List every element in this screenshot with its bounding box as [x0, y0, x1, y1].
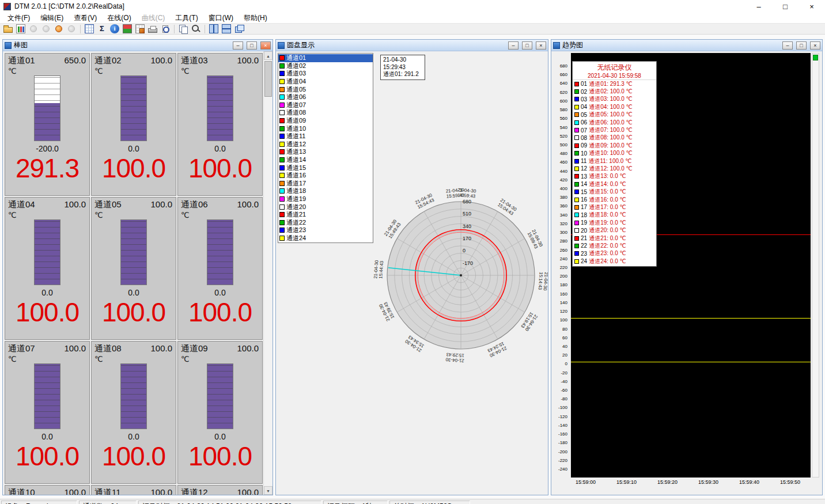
legend-row: 01通道01: 291.3 ℃ — [573, 80, 656, 88]
legend-channel-number: 11 — [581, 158, 586, 164]
disc-restore-button[interactable]: □ — [522, 41, 532, 50]
legend-channel-number: 21 — [581, 235, 587, 241]
menu-help[interactable]: 帮助(H) — [239, 13, 273, 23]
channel-list-item[interactable]: 通道08 — [278, 109, 373, 117]
pause-icon[interactable] — [40, 23, 52, 35]
alarm-list-icon[interactable] — [121, 23, 134, 35]
data-table-icon[interactable] — [83, 23, 96, 35]
scroll-down-icon[interactable]: ▼ — [264, 486, 273, 495]
bar-close-button[interactable]: × — [260, 41, 271, 50]
channel-list-item[interactable]: 通道14 — [278, 156, 373, 164]
y-tick-label: 240 — [560, 256, 567, 262]
menu-curve[interactable]: 曲线(C) — [137, 13, 171, 23]
scroll-up-icon[interactable]: ▲ — [264, 51, 273, 60]
minimize-button[interactable]: – — [745, 0, 772, 13]
legend-color-swatch — [574, 182, 579, 187]
legend-channel-number: 03 — [581, 96, 587, 103]
channel-list-item[interactable]: 通道21 — [278, 211, 373, 219]
scale-min: 0.0 — [92, 432, 176, 441]
legend-channel-value: 通道08: 100.0 ℃ — [589, 134, 633, 142]
channel-label: 通道06 — [181, 199, 208, 210]
export-report-icon[interactable] — [14, 23, 27, 35]
channel-color-swatch — [279, 63, 285, 69]
channel-list-item[interactable]: 通道03 — [278, 70, 373, 78]
record-icon[interactable] — [52, 23, 65, 35]
channel-list-item[interactable]: 通道12 — [278, 141, 373, 149]
disc-minimize-button[interactable]: – — [508, 41, 519, 50]
bar-window-titlebar[interactable]: 棒图 – □ × — [3, 40, 273, 51]
menu-online[interactable]: 在线(O) — [102, 13, 136, 23]
legend-row: 06通道06: 100.0 ℃ — [573, 119, 656, 126]
legend-channel-number: 23 — [581, 251, 587, 257]
channel-list-item[interactable]: 通道02 — [278, 62, 373, 70]
channel-list-item[interactable]: 通道10 — [278, 124, 373, 132]
menu-file[interactable]: 文件(F) — [2, 13, 35, 23]
channel-list-item[interactable]: 通道13 — [278, 148, 373, 156]
disc-close-button[interactable]: × — [536, 41, 546, 50]
legend-channel-number: 08 — [581, 135, 587, 141]
y-tick-label: 300 — [560, 230, 567, 235]
menu-tools[interactable]: 工具(T) — [170, 13, 203, 23]
zoom-icon[interactable] — [190, 23, 202, 35]
trend-window-titlebar[interactable]: 趋势图 – □ × — [551, 40, 822, 51]
bar-panel: 通道01650.0℃-200.0291.3 — [5, 53, 90, 196]
tile-horizontal-icon[interactable] — [220, 23, 233, 35]
channel-list-item[interactable]: 通道05 — [278, 85, 373, 93]
trend-restore-button[interactable]: □ — [796, 41, 807, 50]
print-preview-icon[interactable] — [159, 23, 172, 35]
channel-list-item[interactable]: 通道17 — [278, 180, 373, 188]
trend-scroll-thumb[interactable] — [813, 55, 818, 60]
info-icon[interactable] — [108, 23, 121, 35]
tile-vertical-icon[interactable] — [207, 23, 220, 35]
legend-row: 12通道12: 100.0 ℃ — [573, 165, 656, 172]
bar-window-title: 棒图 — [14, 40, 229, 50]
channel-list-item[interactable]: 通道09 — [278, 117, 373, 125]
legend-channel-number: 07 — [581, 127, 587, 134]
channel-list-item[interactable]: 通道15 — [278, 164, 373, 172]
y-tick-label: -80 — [561, 396, 567, 401]
menu-window[interactable]: 窗口(W) — [203, 13, 239, 23]
channel-list-item[interactable]: 通道01 — [278, 54, 373, 62]
legend-channel-number: 06 — [581, 119, 587, 126]
close-button[interactable]: × — [798, 0, 825, 13]
channel-list-item[interactable]: 通道19 — [278, 195, 373, 203]
menu-edit[interactable]: 编辑(E) — [35, 13, 69, 23]
disc-window-titlebar[interactable]: 圆盘显示 – □ × — [276, 40, 548, 51]
channel-list-item[interactable]: 通道18 — [278, 187, 373, 195]
trend-close-button[interactable]: × — [810, 41, 820, 50]
bar-restore-button[interactable]: □ — [247, 41, 257, 50]
stop-icon[interactable] — [27, 23, 40, 35]
channel-list-item[interactable]: 通道11 — [278, 132, 373, 141]
channel-list-item[interactable]: 通道23 — [278, 226, 373, 234]
legend-color-swatch — [574, 221, 579, 225]
channel-list-item[interactable]: 通道24 — [278, 234, 373, 242]
channel-list-item[interactable]: 通道07 — [278, 101, 373, 109]
channel-list-item[interactable]: 通道22 — [278, 218, 373, 226]
legend-channel-value: 通道10: 100.0 ℃ — [589, 149, 633, 157]
channel-list-item[interactable]: 通道16 — [278, 172, 373, 180]
channel-list-item[interactable]: 通道04 — [278, 78, 373, 86]
grid-edit-icon[interactable] — [134, 23, 146, 35]
maximize-button[interactable]: □ — [772, 0, 798, 13]
copy-icon[interactable] — [177, 23, 190, 35]
cascade-icon[interactable] — [233, 23, 245, 35]
legend-row: 22通道22: 0.0 ℃ — [573, 242, 656, 249]
statistics-icon[interactable] — [96, 23, 108, 35]
channel-list-item[interactable]: 通道06 — [278, 93, 373, 101]
print-icon[interactable] — [146, 23, 159, 35]
open-file-icon[interactable] — [2, 23, 14, 35]
menu-view[interactable]: 查看(V) — [69, 13, 102, 23]
bar-scrollbar[interactable]: ▲ ▼ — [263, 51, 273, 495]
offline-icon[interactable] — [65, 23, 78, 35]
trend-minimize-button[interactable]: – — [782, 41, 793, 50]
bar-minimize-button[interactable]: – — [233, 41, 243, 50]
x-tick-label: 15:59:30 — [698, 479, 718, 485]
trend-window-title: 趋势图 — [562, 40, 779, 50]
y-tick-label: 540 — [560, 125, 567, 130]
y-tick-label: 180 — [560, 282, 567, 287]
scroll-thumb[interactable] — [264, 61, 272, 97]
trend-scrollbar[interactable] — [812, 53, 819, 478]
channel-list-item[interactable]: 通道20 — [278, 203, 373, 211]
legend-channel-value: 通道05: 100.0 ℃ — [589, 111, 633, 119]
channel-color-swatch — [279, 236, 285, 241]
